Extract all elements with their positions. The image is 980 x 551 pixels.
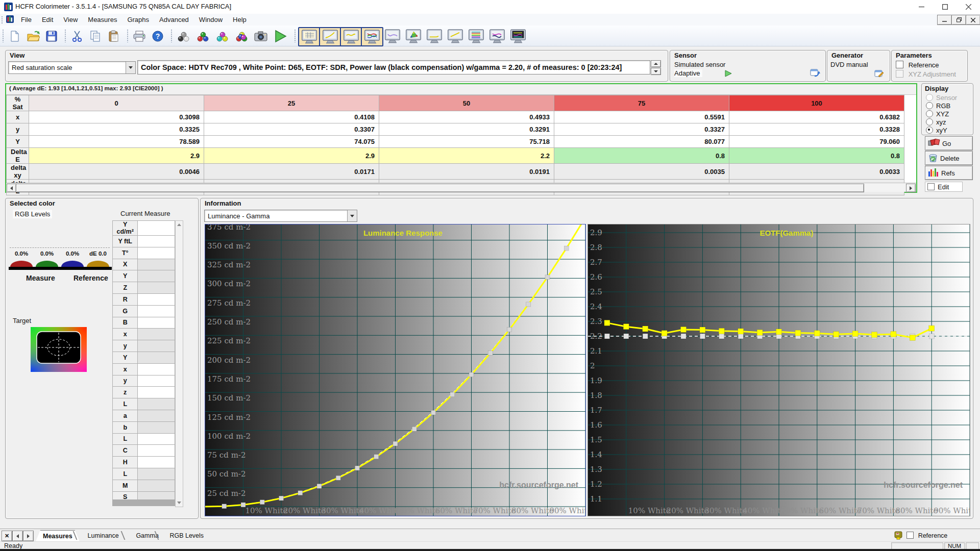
information-view-dropdown[interactable]: Luminance - Gamma xyxy=(204,210,357,222)
measure-cell[interactable]: 2.9 xyxy=(29,148,204,164)
dropdown-arrow-icon[interactable] xyxy=(347,210,357,221)
measure-cell[interactable]: 0.3325 xyxy=(29,123,204,136)
measure-cell[interactable]: 0.3098 xyxy=(29,111,204,123)
measure-cell[interactable]: 0.0191 xyxy=(379,164,554,180)
next-tab-button[interactable] xyxy=(23,531,34,541)
radio-icon[interactable] xyxy=(926,110,933,117)
scroll-down-icon[interactable] xyxy=(176,499,183,507)
current-measure-scrollbar[interactable] xyxy=(175,220,183,507)
measure-cell[interactable]: 0.0033 xyxy=(729,164,904,180)
open-file-button[interactable] xyxy=(24,28,42,45)
mdi-minimize-button[interactable] xyxy=(937,15,952,25)
spinner-down-icon[interactable] xyxy=(651,68,661,75)
measure-cell[interactable]: 2.9 xyxy=(204,148,379,164)
measures-table[interactable]: % Sat0255075100x0.30980.41080.49330.5591… xyxy=(6,95,904,195)
scrollbar-thumb[interactable] xyxy=(16,184,864,192)
measure-cell[interactable]: 0.8 xyxy=(554,148,729,164)
refs-button[interactable]: Refs xyxy=(925,166,973,180)
monitor-color-temperature-button[interactable] xyxy=(382,27,403,45)
sensor-run-icon[interactable] xyxy=(724,70,732,79)
display-option-rgb[interactable]: RGB xyxy=(926,102,973,110)
measure-cell[interactable]: 0.0171 xyxy=(204,164,379,180)
checkbox-icon[interactable] xyxy=(896,61,903,68)
copy-button[interactable] xyxy=(87,28,104,45)
checkbox-icon[interactable] xyxy=(906,532,914,539)
run-measures-button[interactable] xyxy=(272,28,289,45)
radio-icon[interactable] xyxy=(926,102,933,109)
reference-checkbox[interactable]: Reference xyxy=(896,61,939,69)
measure-primaries-button[interactable] xyxy=(194,28,211,45)
print-button[interactable] xyxy=(131,28,148,45)
close-button[interactable] xyxy=(957,0,980,14)
measure-cell[interactable]: 0.3307 xyxy=(204,123,379,136)
measure-colors-button[interactable] xyxy=(233,28,250,45)
scroll-up-icon[interactable] xyxy=(176,221,183,229)
monitor-free-measures-button[interactable] xyxy=(507,27,529,45)
measure-cell[interactable]: 0.3328 xyxy=(729,123,904,136)
monitor-saturations-button[interactable] xyxy=(465,27,487,45)
menu-window[interactable]: Window xyxy=(194,14,228,25)
go-button[interactable]: Go xyxy=(925,136,973,151)
reference-toggle-checkbox[interactable]: Reference xyxy=(906,532,947,539)
monitor-nearblack-button[interactable] xyxy=(424,27,445,45)
display-option-xyz[interactable]: XYZ xyxy=(926,110,973,118)
measure-cell[interactable]: 74.075 xyxy=(204,136,379,148)
column-header-100[interactable]: 100 xyxy=(729,95,904,111)
new-file-button[interactable] xyxy=(6,28,23,45)
mdi-restore-button[interactable] xyxy=(951,15,966,25)
tab-rgb-levels[interactable]: RGB Levels xyxy=(162,530,211,541)
column-header-50[interactable]: 50 xyxy=(379,95,554,111)
display-option-xyz[interactable]: xyz xyxy=(926,118,973,126)
edit-checkbox[interactable]: Edit xyxy=(925,182,963,192)
measure-cell[interactable]: 0.6382 xyxy=(729,111,904,123)
help-button[interactable]: ? xyxy=(149,28,166,45)
measure-secondaries-button[interactable] xyxy=(213,28,231,45)
monitor-measures-grid-button[interactable] xyxy=(298,27,321,46)
spinner-up-icon[interactable] xyxy=(651,60,661,67)
column-header-0[interactable]: 0 xyxy=(29,95,204,111)
menu-view[interactable]: View xyxy=(58,14,83,25)
measure-cell[interactable]: 0.3291 xyxy=(379,123,554,136)
display-option-xyy[interactable]: xyY xyxy=(926,126,973,134)
menu-graphs[interactable]: Graphs xyxy=(122,14,154,25)
snapshot-camera-button[interactable] xyxy=(252,28,270,45)
measure-cell[interactable]: 2.2 xyxy=(379,148,554,164)
scroll-left-icon[interactable] xyxy=(7,184,16,192)
prev-tab-button[interactable] xyxy=(12,531,23,541)
measure-cell[interactable]: 0.3327 xyxy=(554,123,729,136)
save-file-button[interactable] xyxy=(43,28,60,45)
measure-cell[interactable]: 0.0046 xyxy=(29,164,204,180)
menu-help[interactable]: Help xyxy=(228,14,252,25)
measures-hscrollbar[interactable] xyxy=(6,183,916,192)
monitor-gamma-button[interactable] xyxy=(340,27,362,46)
measure-grayscale-button[interactable] xyxy=(175,28,192,45)
measure-cell[interactable]: 78.589 xyxy=(29,136,204,148)
measure-cell[interactable]: 80.077 xyxy=(554,136,729,148)
scroll-right-icon[interactable] xyxy=(906,184,916,192)
sensor-config-icon[interactable] xyxy=(810,68,820,80)
monitor-cie-chart-button[interactable] xyxy=(403,27,424,45)
measure-cell[interactable]: 0.4108 xyxy=(204,111,379,123)
minimize-button[interactable] xyxy=(910,0,933,14)
cut-button[interactable] xyxy=(68,28,86,45)
monitor-rgb-levels-button[interactable] xyxy=(361,27,383,46)
measure-cell[interactable]: 79.060 xyxy=(729,136,904,148)
menu-advanced[interactable]: Advanced xyxy=(154,14,194,25)
monitor-luminance-button[interactable] xyxy=(319,27,341,46)
tab-luminance[interactable]: Luminance xyxy=(81,530,126,541)
maximize-button[interactable] xyxy=(933,0,957,14)
menu-file[interactable]: File xyxy=(16,14,37,25)
delete-button[interactable]: Delete xyxy=(925,151,973,165)
measure-cell[interactable]: 0.4933 xyxy=(379,111,554,123)
radio-icon[interactable] xyxy=(926,127,933,134)
menu-edit[interactable]: Edit xyxy=(37,14,58,25)
paste-button[interactable] xyxy=(105,28,122,45)
measure-cell[interactable]: 0.8 xyxy=(729,148,904,164)
generator-config-icon[interactable] xyxy=(874,69,885,81)
mdi-close-button[interactable] xyxy=(966,15,980,25)
menu-measures[interactable]: Measures xyxy=(83,14,122,25)
checkbox-icon[interactable] xyxy=(927,183,935,190)
measure-spinner[interactable] xyxy=(651,60,661,75)
dropdown-arrow-icon[interactable] xyxy=(126,62,135,73)
measure-cell[interactable]: 0.5591 xyxy=(554,111,729,123)
